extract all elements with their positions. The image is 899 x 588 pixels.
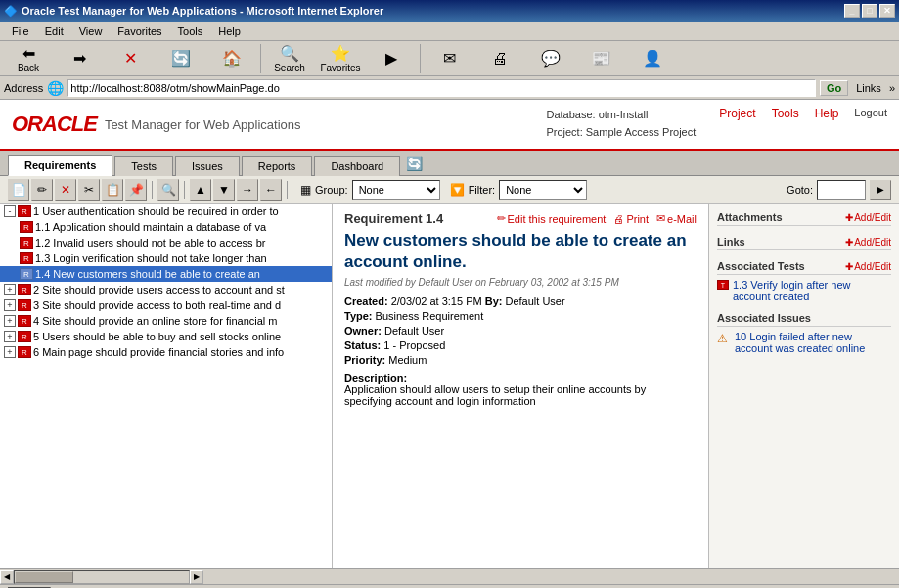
tree-item-4[interactable]: + R 4 Site should provide an online stor… bbox=[0, 313, 332, 329]
scroll-track[interactable] bbox=[14, 570, 190, 584]
expand-icon-3[interactable]: + bbox=[4, 299, 16, 311]
forward-button[interactable]: ➡ bbox=[55, 47, 104, 69]
back-button[interactable]: ⬅ Back bbox=[4, 42, 53, 75]
priority-value: Medium bbox=[388, 354, 427, 366]
tab-tests[interactable]: Tests bbox=[114, 156, 173, 176]
discuss-icon: 💬 bbox=[541, 49, 561, 68]
nav-tools[interactable]: Tools bbox=[772, 107, 799, 120]
print-icon: 🖨 bbox=[613, 213, 624, 225]
ie-toolbar: ⬅ Back ➡ ✕ 🔄 🏠 🔍 Search ⭐ Favorites ▶ ✉ … bbox=[0, 41, 899, 76]
oracle-logo-text: ORACLE bbox=[12, 112, 97, 137]
menu-help[interactable]: Help bbox=[210, 23, 248, 39]
outdent-button[interactable]: ← bbox=[260, 179, 282, 201]
assoc-tests-add-link[interactable]: ✚ Add/Edit bbox=[845, 261, 891, 272]
search-button[interactable]: 🔍 Search bbox=[265, 42, 314, 75]
links-button[interactable]: Links bbox=[852, 82, 885, 94]
tab-issues[interactable]: Issues bbox=[175, 156, 240, 176]
expand-icon-4[interactable]: + bbox=[4, 315, 16, 327]
stop-icon: ✕ bbox=[124, 49, 137, 68]
links-add-icon: ✚ bbox=[845, 237, 853, 248]
assoc-test-item-1-text: 1.3 Verify login after new account creat… bbox=[733, 279, 891, 302]
nav-help[interactable]: Help bbox=[815, 107, 839, 120]
up-icon: ▲ bbox=[195, 183, 206, 197]
home-button[interactable]: 🏠 bbox=[207, 47, 256, 69]
search-label: Search bbox=[274, 63, 305, 73]
messenger-button[interactable]: 👤 bbox=[628, 47, 677, 69]
print-link[interactable]: 🖨 Print bbox=[613, 213, 649, 225]
restore-button[interactable]: □ bbox=[862, 4, 877, 18]
assoc-test-item-1[interactable]: T 1.3 Verify login after new account cre… bbox=[717, 279, 891, 302]
menu-view[interactable]: View bbox=[71, 23, 111, 39]
indent-button[interactable]: → bbox=[237, 179, 258, 201]
detail-panel: Requirement 1.4 ✏ Edit this requirement … bbox=[333, 204, 708, 568]
tree-item-6[interactable]: + R 6 Main page should provide financial… bbox=[0, 344, 332, 360]
menu-file[interactable]: File bbox=[4, 23, 37, 39]
expand-icon-2[interactable]: + bbox=[4, 284, 16, 295]
database-info: Database: otm-Install bbox=[546, 107, 696, 124]
tab-reports[interactable]: Reports bbox=[242, 156, 313, 176]
email-link[interactable]: ✉ e-Mail bbox=[656, 212, 697, 225]
paste-button[interactable]: 📌 bbox=[125, 179, 147, 201]
refresh-button[interactable]: 🔄 bbox=[157, 47, 205, 69]
expand-icon-5[interactable]: + bbox=[4, 331, 16, 342]
by-label: By: bbox=[485, 295, 503, 307]
cut-button[interactable]: ✂ bbox=[78, 179, 100, 201]
goto-go-button[interactable]: ▶ bbox=[870, 180, 891, 200]
goto-label: Goto: bbox=[787, 184, 813, 196]
owner-value: Default User bbox=[384, 325, 444, 337]
favorites-label: Favorites bbox=[320, 63, 360, 73]
assoc-issue-item-1[interactable]: ⚠ 10 Login failed after new account was … bbox=[717, 331, 891, 354]
tree-item-3[interactable]: + R 3 Site should provide access to both… bbox=[0, 297, 332, 313]
tree-item-1-2[interactable]: R 1.2 Invalid users should not be able t… bbox=[0, 235, 332, 250]
menu-tools[interactable]: Tools bbox=[170, 23, 211, 39]
tree-item-1[interactable]: - R 1 User authentication should be requ… bbox=[0, 204, 332, 219]
edit-requirement-link[interactable]: ✏ Edit this requirement bbox=[497, 212, 607, 225]
find-button[interactable]: 🔍 bbox=[157, 179, 179, 201]
address-input[interactable] bbox=[67, 79, 816, 97]
research-button[interactable]: 📰 bbox=[577, 47, 626, 69]
delete-button[interactable]: ✕ bbox=[55, 179, 76, 201]
up-button[interactable]: ▲ bbox=[190, 179, 211, 201]
tree-item-1-3[interactable]: R 1.3 Login verification should not take… bbox=[0, 250, 332, 266]
tab-requirements[interactable]: Requirements bbox=[8, 155, 112, 176]
logout-button[interactable]: Logout bbox=[854, 107, 887, 120]
close-button[interactable]: ✕ bbox=[879, 4, 895, 18]
go-button[interactable]: Go bbox=[820, 80, 848, 96]
goto-input[interactable] bbox=[817, 180, 866, 200]
assoc-tests-section: Associated Tests ✚ Add/Edit T 1.3 Verify… bbox=[717, 260, 891, 302]
tree-item-1-4[interactable]: R 1.4 New customers should be able to cr… bbox=[0, 266, 332, 282]
scroll-thumb[interactable] bbox=[15, 571, 73, 583]
scroll-left-button[interactable]: ◀ bbox=[0, 570, 14, 584]
research-icon: 📰 bbox=[592, 49, 611, 68]
tree-item-2[interactable]: + R 2 Site should provide users access t… bbox=[0, 282, 332, 297]
back-icon: ⬅ bbox=[22, 44, 35, 63]
tree-item-3-text: 3 Site should provide access to both rea… bbox=[33, 299, 281, 311]
tab-refresh-icon[interactable]: 🔄 bbox=[406, 156, 423, 175]
down-button[interactable]: ▼ bbox=[213, 179, 235, 201]
attachments-add-link[interactable]: ✚ Add/Edit bbox=[845, 212, 891, 223]
menu-edit[interactable]: Edit bbox=[37, 23, 71, 39]
menu-favorites[interactable]: Favorites bbox=[110, 23, 169, 39]
tree-item-5[interactable]: + R 5 Users should be able to buy and se… bbox=[0, 329, 332, 344]
filter-select[interactable]: None bbox=[499, 180, 587, 200]
expand-icon-6[interactable]: + bbox=[4, 346, 16, 358]
stop-button[interactable]: ✕ bbox=[106, 47, 155, 69]
print-button[interactable]: 🖨 bbox=[475, 48, 524, 69]
toolbar-sep-b bbox=[184, 181, 185, 199]
copy-button[interactable]: 📋 bbox=[102, 179, 123, 201]
group-select[interactable]: None bbox=[352, 180, 440, 200]
mail-button[interactable]: ✉ bbox=[425, 47, 473, 69]
oracle-header: ORACLE Test Manager for Web Applications… bbox=[0, 100, 899, 151]
edit-toolbar-button[interactable]: ✏ bbox=[31, 179, 53, 201]
discuss-button[interactable]: 💬 bbox=[526, 47, 575, 69]
links-add-link[interactable]: ✚ Add/Edit bbox=[845, 237, 891, 248]
expand-icon-1[interactable]: - bbox=[4, 205, 16, 217]
nav-project[interactable]: Project bbox=[719, 107, 755, 120]
media-button[interactable]: ▶ bbox=[367, 47, 416, 69]
favorites-button[interactable]: ⭐ Favorites bbox=[316, 42, 365, 75]
minimize-button[interactable]: _ bbox=[844, 4, 860, 18]
tree-item-1-1[interactable]: R 1.1 Application should maintain a data… bbox=[0, 219, 332, 235]
tab-dashboard[interactable]: Dashboard bbox=[314, 156, 400, 176]
new-button[interactable]: 📄 bbox=[8, 179, 29, 201]
scroll-right-button[interactable]: ▶ bbox=[190, 570, 203, 584]
